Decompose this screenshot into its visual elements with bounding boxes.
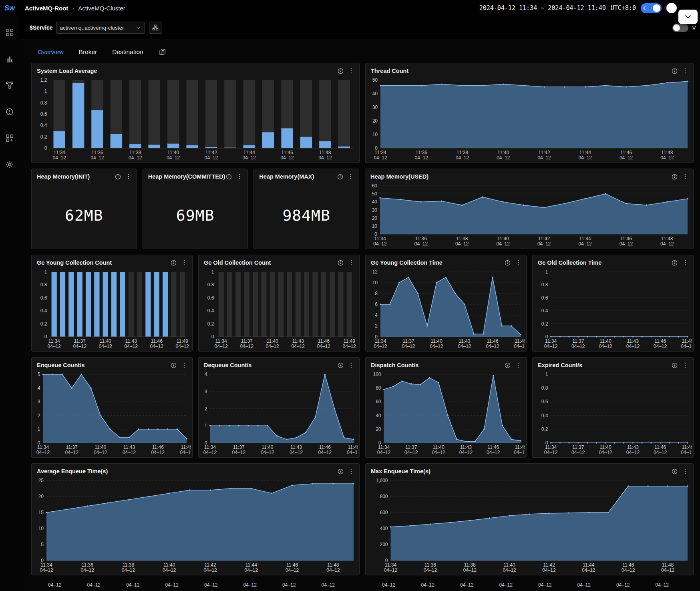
- panel-title: Heap Memory(COMMITTED): [148, 173, 226, 180]
- system-load-average-chart: 00.20.40.60.811.211:3404–1211:3604–1211:…: [33, 77, 358, 162]
- svg-text:1: 1: [44, 269, 47, 275]
- service-select[interactable]: activemq::activemq-cluster: [56, 22, 145, 34]
- svg-text:04–12: 04–12: [582, 567, 595, 573]
- info-icon[interactable]: [672, 68, 678, 74]
- kebab-menu-icon[interactable]: ⋮: [682, 68, 688, 74]
- svg-text:04–12: 04–12: [661, 567, 675, 573]
- hierarchy-button[interactable]: [149, 22, 162, 34]
- skywalking-logo[interactable]: Sw: [0, 4, 19, 12]
- avatar[interactable]: [666, 3, 677, 13]
- info-icon[interactable]: [338, 68, 344, 74]
- svg-text:11:43: 11:43: [459, 338, 470, 344]
- sidebar-item-metrics[interactable]: [4, 53, 16, 65]
- svg-text:11:37: 11:37: [233, 444, 245, 450]
- svg-text:04–12: 04–12: [129, 155, 142, 161]
- panel-row-4: Enqueue Count/s ⋮ 01234511:3404–1211:370…: [31, 357, 694, 458]
- svg-text:60: 60: [372, 183, 378, 189]
- kebab-menu-icon[interactable]: ⋮: [236, 173, 243, 180]
- kebab-menu-icon[interactable]: ⋮: [682, 259, 688, 266]
- panel-dequeue-count: Dequeue Count/s ⋮ 0123411:3404–1211:3704…: [198, 357, 360, 458]
- kebab-menu-icon[interactable]: ⋮: [181, 362, 187, 368]
- gear-icon: [5, 160, 14, 169]
- svg-text:1: 1: [545, 372, 548, 377]
- svg-text:11:40: 11:40: [167, 150, 179, 155]
- svg-text:15: 15: [38, 510, 44, 515]
- svg-text:11:34: 11:34: [37, 444, 49, 450]
- svg-text:0.8: 0.8: [207, 282, 214, 287]
- svg-text:04–12: 04–12: [402, 344, 415, 349]
- tab-destination[interactable]: Destination: [112, 48, 143, 56]
- panel-title: Enqueue Count/s: [37, 362, 171, 368]
- kebab-menu-icon[interactable]: ⋮: [682, 362, 688, 368]
- svg-text:11:40: 11:40: [100, 338, 111, 344]
- sidebar-item-alerting[interactable]: [4, 106, 16, 118]
- logo-text: Sw: [4, 4, 15, 12]
- panel-average-enqueue-time: Average Enqueue Time(s) ⋮ 051015202511:3…: [31, 463, 360, 575]
- svg-text:3: 3: [205, 389, 207, 394]
- svg-text:200: 200: [380, 542, 388, 547]
- kebab-menu-icon[interactable]: ⋮: [682, 468, 688, 474]
- kebab-menu-icon[interactable]: ⋮: [348, 362, 354, 368]
- info-icon[interactable]: [505, 362, 511, 368]
- kebab-menu-icon[interactable]: ⋮: [515, 259, 521, 266]
- svg-text:04–12: 04–12: [654, 344, 667, 349]
- kebab-menu-icon[interactable]: ⋮: [348, 259, 354, 266]
- svg-text:11:46: 11:46: [654, 444, 666, 450]
- svg-text:0: 0: [211, 334, 214, 340]
- svg-text:04–12: 04–12: [203, 567, 217, 573]
- info-icon[interactable]: [505, 260, 511, 266]
- info-icon[interactable]: [672, 362, 678, 368]
- view-toggle[interactable]: [672, 24, 688, 32]
- info-icon[interactable]: [338, 362, 344, 368]
- kebab-menu-icon[interactable]: ⋮: [348, 173, 354, 180]
- svg-text:5: 5: [41, 542, 44, 547]
- svg-text:80: 80: [376, 385, 381, 391]
- info-icon[interactable]: [338, 468, 344, 474]
- info-icon[interactable]: [171, 260, 177, 266]
- dark-mode-toggle[interactable]: ☾: [641, 3, 662, 13]
- sidebar-item-topology[interactable]: [4, 79, 16, 91]
- time-range-display[interactable]: 2024-04-12 11:34 ~ 2024-04-12 11:49: [479, 4, 606, 12]
- panel-title: Max Enqueue Time(s): [371, 468, 672, 474]
- panel-row-5: Average Enqueue Time(s) ⋮ 051015202511:3…: [31, 463, 694, 575]
- time-panel-collapse-button[interactable]: [678, 10, 698, 24]
- topbar-right: 2024-04-12 11:34 ~ 2024-04-12 11:49 UTC+…: [479, 3, 700, 13]
- kebab-menu-icon[interactable]: ⋮: [515, 362, 521, 368]
- info-icon[interactable]: [337, 174, 343, 180]
- breadcrumb-root[interactable]: ActiveMQ-Root: [25, 5, 68, 12]
- svg-text:0.6: 0.6: [541, 295, 548, 301]
- svg-text:11:34: 11:34: [40, 562, 52, 568]
- info-icon[interactable]: [672, 174, 678, 180]
- sidebar-item-dashboards[interactable]: [4, 26, 16, 38]
- info-icon[interactable]: [226, 174, 232, 180]
- info-icon[interactable]: [672, 260, 678, 266]
- kebab-menu-icon[interactable]: ⋮: [682, 173, 688, 180]
- sidebar-item-new-dashboard[interactable]: [4, 132, 16, 144]
- panel-title: Thread Count: [371, 68, 672, 74]
- info-icon[interactable]: [171, 362, 177, 368]
- svg-text:04–12: 04–12: [318, 155, 332, 161]
- tab-overview[interactable]: Overview: [38, 48, 64, 56]
- panel-title: Gc Young Collection Count: [37, 259, 171, 266]
- expired-count-chart: 00.20.40.60.8111:3404–1211:3704–1211:400…: [534, 371, 692, 456]
- copy-icon[interactable]: [159, 48, 166, 56]
- sidebar-item-settings[interactable]: [4, 159, 16, 171]
- panel-thread-count: Thread Count ⋮ 0102030405011:3404–1211:3…: [365, 63, 694, 163]
- panel-title: System Load Average: [37, 68, 338, 74]
- kebab-menu-icon[interactable]: ⋮: [125, 173, 132, 180]
- info-icon[interactable]: [115, 174, 121, 180]
- svg-text:04–12: 04–12: [620, 155, 633, 161]
- svg-text:11:49: 11:49: [181, 444, 191, 450]
- kebab-menu-icon[interactable]: ⋮: [348, 468, 354, 474]
- svg-text:11:43: 11:43: [292, 338, 304, 344]
- info-icon[interactable]: [672, 468, 678, 474]
- top-bar: Sw ActiveMQ-Root › ActiveMQ-Cluster 2024…: [0, 0, 700, 16]
- info-icon[interactable]: [338, 260, 344, 266]
- gc-old-collection-time-chart: 00.20.40.60.8111:3404–1211:3704–1211:400…: [534, 269, 692, 350]
- svg-text:11:38: 11:38: [464, 562, 476, 568]
- svg-text:8: 8: [375, 291, 378, 296]
- kebab-menu-icon[interactable]: ⋮: [348, 68, 354, 74]
- kebab-menu-icon[interactable]: ⋮: [181, 259, 187, 266]
- svg-text:11:42: 11:42: [205, 150, 217, 155]
- tab-broker[interactable]: Broker: [79, 48, 97, 56]
